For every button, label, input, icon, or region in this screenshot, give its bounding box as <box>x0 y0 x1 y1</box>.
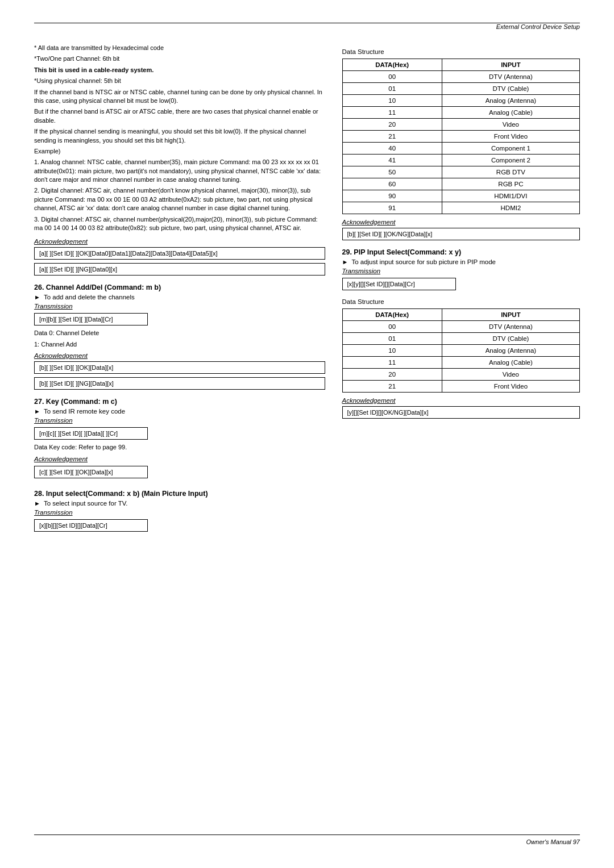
transmission-code-28: [x][b][][Set ID][][Data][Cr] <box>34 519 148 532</box>
table-cell: Video <box>442 369 579 381</box>
ack-code-25a: [a][ ][Set ID][ ][OK][Data0][Data1][Data… <box>34 247 325 260</box>
transmission-code-27: [m][c][ ][Set ID][ ][Data][ ][Cr] <box>34 427 148 440</box>
transmission-label-26: Transmission <box>34 303 325 310</box>
table-cell: 01 <box>342 83 442 95</box>
data-note-26a: Data 0: Channel Delete <box>34 329 325 337</box>
right-column: Data Structure DATA(Hex) INPUT 00DTV (An… <box>342 44 580 535</box>
table-cell: 20 <box>342 119 442 131</box>
table-row: 01DTV (Cable) <box>342 333 580 345</box>
table-cell: 11 <box>342 357 442 369</box>
section-29-heading: 29. PIP Input Select(Command: x y) <box>342 248 580 256</box>
table-cell: 10 <box>342 95 442 107</box>
ack-label-26: Acknowledgement <box>34 352 325 359</box>
ack-label-25: Acknowledgement <box>34 238 325 245</box>
table-cell: Video <box>442 119 579 131</box>
table-cell: DTV (Antenna) <box>442 321 579 333</box>
section-29: 29. PIP Input Select(Command: x y) ► To … <box>342 248 580 419</box>
table-row: 91HDMI2 <box>342 202 580 214</box>
ack-section25: Acknowledgement [a][ ][Set ID][ ][OK][Da… <box>34 238 325 276</box>
section-26-desc-text: To add and delete the channels <box>44 294 135 301</box>
ack-label-29: Acknowledgement <box>342 397 580 404</box>
note-two-one: *Two/One part Channel: 6th bit <box>34 55 325 63</box>
table-cell: Analog (Antenna) <box>442 95 579 107</box>
table1-header-input: INPUT <box>442 59 579 71</box>
table-cell: DTV (Cable) <box>442 83 579 95</box>
arrow-icon-29: ► <box>342 258 349 265</box>
note-hex: * All data are transmitted by Hexadecima… <box>34 44 325 52</box>
table-row: 40Component 1 <box>342 143 580 155</box>
arrow-icon-26: ► <box>34 294 40 301</box>
ack-code-26b: [b][ ][Set ID][ ][NG][Data][x] <box>34 377 325 390</box>
table-row: 21Front Video <box>342 131 580 143</box>
note-ntsc: If the channel band is NTSC air or NTSC … <box>34 88 325 106</box>
table-cell: RGB PC <box>442 178 579 190</box>
section-28-heading: 28. Input select(Command: x b) (Main Pic… <box>34 490 325 498</box>
ack-code-27: [c][ ][Set ID][ ][OK][Data][x] <box>34 466 148 478</box>
transmission-code-29: [x][y][][Set ID][][Data][Cr] <box>342 278 456 290</box>
page-header: External Control Device Setup <box>34 23 580 35</box>
table-cell: DTV (Antenna) <box>442 71 579 83</box>
table-cell: Front Video <box>442 131 579 143</box>
transmission-label-27: Transmission <box>34 417 325 424</box>
left-column: * All data are transmitted by Hexadecima… <box>34 44 325 535</box>
table-cell: 00 <box>342 71 442 83</box>
section-29-desc-text: To adjust input source for sub picture i… <box>351 258 496 265</box>
table-row: 00DTV (Antenna) <box>342 321 580 333</box>
section-29-desc: ► To adjust input source for sub picture… <box>342 258 580 265</box>
table-row: 21Front Video <box>342 381 580 393</box>
ack-label-27: Acknowledgement <box>34 456 325 462</box>
transmission-label-29: Transmission <box>342 268 580 274</box>
data-structure-label-2: Data Structure <box>342 298 580 305</box>
section-27: 27. Key (Command: m c) ► To send IR remo… <box>34 398 325 481</box>
table-row: 00DTV (Antenna) <box>342 71 580 83</box>
table-row: 20Video <box>342 119 580 131</box>
note-digital-ch2: 3. Digital channel: ATSC air, channel nu… <box>34 215 325 233</box>
ack-code-right1: [b][ ][Set ID][ ][OK/NG][Data][x] <box>342 228 580 240</box>
table-row: 20Video <box>342 369 580 381</box>
table-row: 50RGB DTV <box>342 166 580 178</box>
ack-label-right1: Acknowledgement <box>342 219 580 226</box>
ack-code-26a: [b][ ][Set ID][ ][OK][Data][x] <box>34 361 325 374</box>
data-note-26b: 1: Channel Add <box>34 340 325 349</box>
note-set-bit: If the physical channel sending is meani… <box>34 127 325 145</box>
table-row: 11Analog (Cable) <box>342 107 580 119</box>
section-28-desc: ► To select input source for TV. <box>34 500 325 507</box>
transmission-code-26: [m][b][ ][Set ID][ ][Data][Cr] <box>34 313 148 326</box>
input-table-2: DATA(Hex) INPUT 00DTV (Antenna)01DTV (Ca… <box>342 308 580 393</box>
table-row: 11Analog (Cable) <box>342 357 580 369</box>
table-cell: HDMI2 <box>442 202 579 214</box>
table2-header-hex: DATA(Hex) <box>342 309 442 321</box>
table-cell: DTV (Cable) <box>442 333 579 345</box>
section-26-heading: 26. Channel Add/Del (Command: m b) <box>34 283 325 291</box>
table-cell: 01 <box>342 333 442 345</box>
table-row: 90HDMI1/DVI <box>342 190 580 202</box>
note-digital-ch: 2. Digital channel: ATSC air, channel nu… <box>34 186 325 212</box>
table-cell: 20 <box>342 369 442 381</box>
table-cell: 91 <box>342 202 442 214</box>
arrow-icon-27: ► <box>34 408 40 415</box>
ack-code-29: [y][][Set ID][][OK/NG][Data][x] <box>342 406 580 419</box>
table-row: 41Component 2 <box>342 155 580 166</box>
table-cell: 11 <box>342 107 442 119</box>
table-cell: 90 <box>342 190 442 202</box>
table-row: 10Analog (Antenna) <box>342 345 580 357</box>
table2-header-input: INPUT <box>442 309 579 321</box>
arrow-icon-28: ► <box>34 500 40 507</box>
table1-header-hex: DATA(Hex) <box>342 59 442 71</box>
table-cell: 10 <box>342 345 442 357</box>
transmission-label-28: Transmission <box>34 509 325 516</box>
section-27-desc: ► To send IR remote key code <box>34 408 325 415</box>
note-atsc: But if the channel band is ATSC air or A… <box>34 107 325 125</box>
section-26-desc: ► To add and delete the channels <box>34 294 325 301</box>
table-cell: Analog (Antenna) <box>442 345 579 357</box>
header-title: External Control Device Setup <box>496 23 580 30</box>
table-cell: Component 1 <box>442 143 579 155</box>
table-cell: 60 <box>342 178 442 190</box>
table-row: 60RGB PC <box>342 178 580 190</box>
table-cell: 21 <box>342 381 442 393</box>
data-structure-label-1: Data Structure <box>342 48 580 55</box>
table-row: 10Analog (Antenna) <box>342 95 580 107</box>
note-cable-ready: This bit is used in a cable-ready system… <box>34 66 325 74</box>
table-cell: Analog (Cable) <box>442 357 579 369</box>
table-cell: 00 <box>342 321 442 333</box>
